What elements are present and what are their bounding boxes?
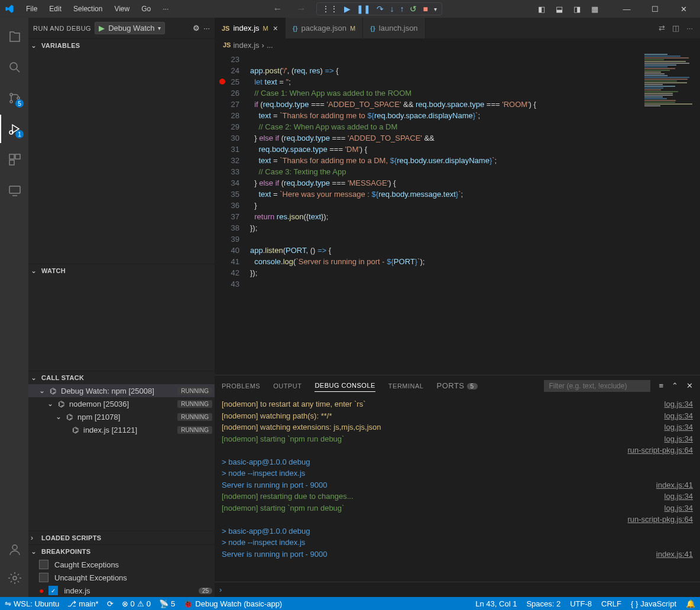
section-breakpoints[interactable]: ⌄BREAKPOINTS [28, 545, 215, 558]
bp-uncaught[interactable]: Uncaught Exceptions [28, 571, 215, 584]
console-source-link[interactable]: index.js:41 [656, 479, 693, 491]
activity-search-icon[interactable] [0, 53, 28, 82]
editor-gutter[interactable]: 2324252627282930313233343536373839404142… [215, 51, 250, 375]
menu-selection[interactable]: Selection [69, 2, 107, 15]
scm-badge: 5 [15, 99, 24, 108]
debug-continue-icon[interactable]: ▶ [344, 4, 351, 14]
status-branch[interactable]: ⎇main* [67, 599, 98, 608]
checkbox-icon[interactable] [39, 560, 48, 569]
layout-primary-icon[interactable]: ◧ [538, 5, 545, 14]
panel-maximize-icon[interactable]: ⌃ [672, 381, 678, 390]
menu-more-icon[interactable]: ··· [158, 2, 173, 15]
tab-package-json[interactable]: {}package.jsonM [286, 18, 363, 38]
minimap[interactable] [641, 51, 700, 375]
breadcrumb[interactable]: JS index.js › ... [215, 38, 700, 51]
status-lang[interactable]: { } JavaScript [631, 599, 676, 608]
chevron-down-icon[interactable]: ▾ [434, 6, 437, 12]
status-lncol[interactable]: Ln 43, Col 1 [475, 599, 517, 608]
bottom-panel: PROBLEMS OUTPUT DEBUG CONSOLE TERMINAL P… [215, 375, 700, 597]
activity-explorer-icon[interactable] [0, 22, 28, 51]
activity-debug-icon[interactable]: 1 [0, 115, 28, 143]
panel-tab-terminal[interactable]: TERMINAL [388, 380, 424, 392]
panel-tab-problems[interactable]: PROBLEMS [222, 380, 260, 392]
minimize-icon[interactable]: — [615, 0, 639, 18]
json-icon: {} [293, 25, 298, 32]
maximize-icon[interactable]: ☐ [643, 0, 667, 18]
console-source-link[interactable]: log.js:34 [665, 502, 693, 514]
tab-launch-json[interactable]: {}launch.json [363, 18, 425, 38]
section-loadedscripts[interactable]: ›LOADED SCRIPTS [28, 531, 215, 544]
console-filter-input[interactable] [544, 380, 650, 392]
section-watch[interactable]: ⌄WATCH [28, 264, 215, 277]
debug-stepout-icon[interactable]: ↑ [400, 4, 404, 14]
status-encoding[interactable]: UTF-8 [570, 599, 592, 608]
compare-icon[interactable]: ⇄ [659, 24, 665, 33]
gear-icon[interactable]: ⚙ [193, 24, 200, 33]
console-source-link[interactable]: run-script-pkg.js:64 [627, 444, 693, 456]
console-source-link[interactable]: index.js:41 [656, 549, 693, 560]
menu-view[interactable]: View [109, 2, 134, 15]
more-icon[interactable]: ··· [686, 24, 693, 33]
checkbox-icon[interactable] [39, 573, 48, 582]
status-sync[interactable]: ⟳ [107, 599, 114, 608]
callstack-item[interactable]: ⌬index.js [21121]RUNNING [28, 423, 215, 436]
debug-restart-icon[interactable]: ↺ [410, 4, 417, 14]
console-input[interactable]: › [215, 582, 700, 597]
callstack-item[interactable]: ⌄⌬Debug Watch: npm [25008]RUNNING [28, 384, 215, 397]
debug-pause-icon[interactable]: ❚❚ [357, 4, 371, 14]
console-source-link[interactable]: log.js:34 [665, 398, 693, 410]
status-eol[interactable]: CRLF [601, 599, 621, 608]
section-variables[interactable]: ⌄VARIABLES [28, 39, 215, 52]
layout-secondary-icon[interactable]: ◨ [573, 5, 581, 14]
sidebar: RUN AND DEBUG ▶ Debug Watch ▾ ⚙ ··· ⌄VAR… [28, 18, 215, 597]
activity-account-icon[interactable] [0, 536, 28, 564]
status-errors[interactable]: ⊗ 0 ⚠ 0 [122, 599, 151, 608]
editor-content[interactable]: app.post('/', (req, res) => { let text =… [250, 51, 641, 375]
status-debug[interactable]: 🐞Debug Watch (basic-app) [183, 599, 282, 608]
chevron-down-icon: ⌄ [47, 400, 56, 408]
chevron-down-icon: ⌄ [56, 413, 64, 421]
activity-extensions-icon[interactable] [0, 145, 28, 174]
console-source-link[interactable]: log.js:34 [665, 410, 693, 422]
bp-file[interactable]: ●✓index.js25 [28, 584, 215, 597]
activity-scm-icon[interactable]: 5 [0, 84, 28, 112]
debug-console[interactable]: [nodemon] to restart at any time, enter … [215, 396, 700, 582]
status-remote[interactable]: ⇋WSL: Ubuntu [5, 599, 59, 608]
layout-customize-icon[interactable]: ▦ [591, 5, 598, 14]
tab-index-js[interactable]: JSindex.jsM× [215, 18, 286, 38]
activity-remote-icon[interactable] [0, 176, 28, 205]
panel-tab-ports[interactable]: PORTS5 [436, 379, 477, 392]
activity-settings-icon[interactable] [0, 564, 28, 592]
debug-stop-icon[interactable]: ■ [423, 4, 427, 14]
panel-tab-debug[interactable]: DEBUG CONSOLE [315, 379, 375, 392]
bp-caught[interactable]: Caught Exceptions [28, 558, 215, 571]
console-source-link[interactable]: log.js:34 [665, 491, 693, 502]
tree-collapse-icon[interactable]: ≡ [659, 381, 663, 390]
section-callstack[interactable]: ⌄CALL STACK [28, 371, 215, 384]
checkbox-icon[interactable]: ✓ [48, 586, 58, 595]
close-icon[interactable]: ✕ [672, 0, 695, 18]
debug-config-selector[interactable]: ▶ Debug Watch ▾ [95, 22, 165, 34]
layout-panel-icon[interactable]: ⬓ [556, 5, 563, 14]
panel-tab-output[interactable]: OUTPUT [273, 380, 302, 392]
panel-close-icon[interactable]: ✕ [686, 381, 693, 390]
remote-icon: ⇋ [5, 599, 11, 608]
status-spaces[interactable]: Spaces: 2 [526, 599, 560, 608]
nav-back-icon[interactable]: ← [269, 4, 286, 14]
menu-go[interactable]: Go [137, 2, 155, 15]
callstack-item[interactable]: ⌄⌬npm [21078]RUNNING [28, 410, 215, 423]
console-source-link[interactable]: run-script-pkg.js:64 [627, 514, 693, 525]
menu-file[interactable]: File [21, 2, 42, 15]
nav-forward-icon[interactable]: → [293, 4, 309, 14]
close-icon[interactable]: × [273, 24, 278, 33]
debug-stepover-icon[interactable]: ↷ [377, 4, 384, 14]
debug-stepinto-icon[interactable]: ↓ [390, 4, 394, 14]
status-port[interactable]: 📡5 [159, 599, 175, 608]
more-icon[interactable]: ··· [203, 24, 210, 33]
menu-edit[interactable]: Edit [44, 2, 66, 15]
console-source-link[interactable]: log.js:34 [665, 421, 693, 433]
console-source-link[interactable]: log.js:34 [665, 433, 693, 445]
status-notifications-icon[interactable]: 🔔 [686, 599, 695, 608]
split-icon[interactable]: ◫ [672, 24, 679, 33]
callstack-item[interactable]: ⌄⌬nodemon [25036]RUNNING [28, 397, 215, 410]
